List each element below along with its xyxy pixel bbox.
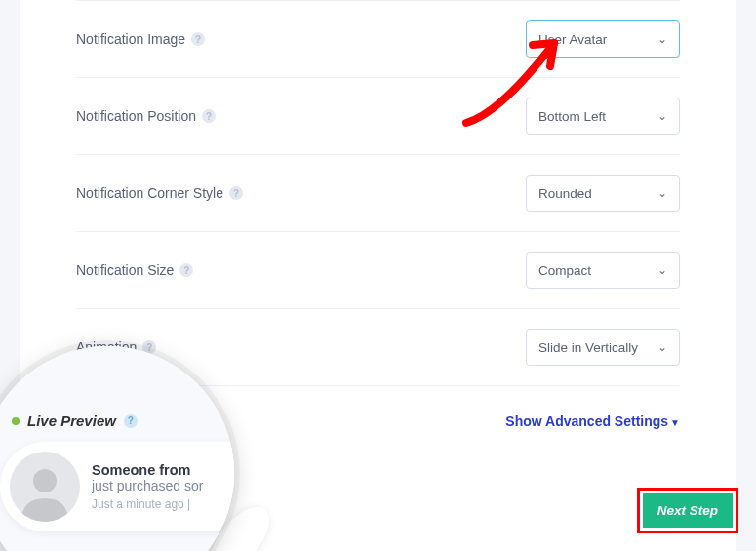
select-notification-image[interactable]: User Avatar ⌄ [526,20,680,58]
row-notification-image: Notification Image ? User Avatar ⌄ [76,0,680,78]
select-notification-size[interactable]: Compact ⌄ [526,252,680,289]
notification-preview: Someone from just purchased sor Just a m… [0,442,234,531]
chevron-down-icon: ⌄ [657,186,667,200]
next-step-highlight: Next Step [637,488,738,533]
help-icon[interactable]: ? [202,109,216,123]
label-notification-position: Notification Position ? [76,108,216,124]
live-preview-title: Live Preview [27,413,116,429]
chevron-down-icon: ⌄ [657,340,667,354]
select-notification-position[interactable]: Bottom Left ⌄ [526,98,680,135]
label-notification-image: Notification Image ? [76,31,205,47]
notification-title: Someone from [92,462,234,478]
chevron-down-icon: ⌄ [657,32,667,46]
status-dot-icon [12,417,20,425]
help-icon[interactable]: ? [179,263,193,277]
label-notification-size: Notification Size ? [76,262,193,278]
help-icon[interactable]: ? [229,186,243,200]
row-notification-position: Notification Position ? Bottom Left ⌄ [76,78,680,155]
notification-subtitle: just purchased sor [92,478,234,493]
chevron-down-icon: ⌄ [657,109,667,123]
caret-down-icon: ▼ [670,417,680,428]
label-notification-corner-style: Notification Corner Style ? [76,185,243,201]
svg-point-0 [33,469,57,492]
select-animation[interactable]: Slide in Vertically ⌄ [526,329,680,366]
help-icon[interactable]: ? [191,32,205,46]
row-notification-corner-style: Notification Corner Style ? Rounded ⌄ [76,155,680,232]
next-step-button[interactable]: Next Step [643,493,733,528]
select-notification-corner-style[interactable]: Rounded ⌄ [526,175,680,212]
chevron-down-icon: ⌄ [657,263,667,277]
avatar [10,452,80,522]
help-icon[interactable]: ? [124,414,138,428]
notification-time: Just a minute ago | [92,497,234,511]
row-notification-size: Notification Size ? Compact ⌄ [76,232,680,309]
